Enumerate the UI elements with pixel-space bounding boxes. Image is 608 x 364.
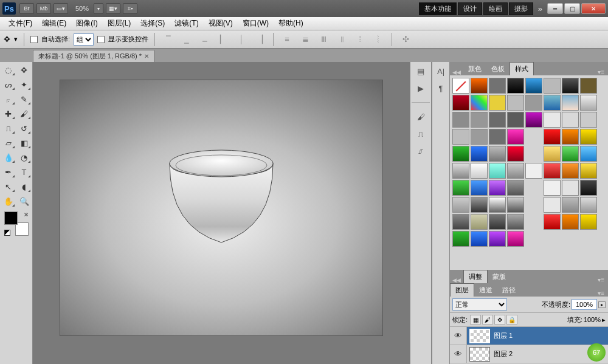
- panel-menu-icon[interactable]: ▾≡: [594, 276, 608, 283]
- blur-tool[interactable]: 💧: [1, 151, 16, 164]
- style-swatch[interactable]: [452, 214, 469, 230]
- close-icon[interactable]: ✕: [144, 53, 149, 60]
- menu-edit[interactable]: 编辑(E): [37, 17, 71, 30]
- style-swatch[interactable]: [452, 78, 469, 94]
- style-swatch[interactable]: [580, 180, 597, 196]
- wand-tool[interactable]: ✦: [17, 78, 32, 91]
- move-tool[interactable]: ✥: [17, 63, 32, 77]
- marquee-tool[interactable]: ◌: [1, 63, 16, 77]
- style-swatch[interactable]: [471, 180, 488, 196]
- eyedropper-tool[interactable]: ✎: [17, 92, 32, 106]
- style-swatch[interactable]: [544, 129, 561, 145]
- history-brush-tool[interactable]: ↺: [17, 122, 32, 135]
- style-swatch[interactable]: [507, 129, 524, 145]
- window-maximize[interactable]: ▢: [564, 3, 580, 14]
- align-vcenter-icon[interactable]: ⎯: [179, 33, 194, 46]
- style-swatch[interactable]: [562, 197, 579, 213]
- menu-image[interactable]: 图像(I): [71, 17, 102, 30]
- layer-row[interactable]: 👁 图层 2: [450, 345, 608, 363]
- tab-channels[interactable]: 通道: [474, 284, 497, 297]
- style-swatch[interactable]: [489, 112, 506, 128]
- collapse-icon[interactable]: ◀◀: [450, 69, 463, 75]
- style-swatch[interactable]: [507, 95, 524, 111]
- more-workspaces[interactable]: »: [538, 4, 542, 13]
- foreground-color[interactable]: [4, 211, 18, 225]
- style-swatch[interactable]: [562, 214, 579, 230]
- character-panel-icon[interactable]: A|: [433, 64, 449, 78]
- style-swatch[interactable]: [489, 146, 506, 162]
- align-right-icon[interactable]: ▕: [252, 33, 267, 46]
- style-swatch[interactable]: [544, 146, 561, 162]
- distribute-icon[interactable]: ≣: [298, 33, 313, 46]
- collapse-icon[interactable]: ◀◀: [450, 277, 463, 283]
- eraser-tool[interactable]: ▱: [1, 136, 16, 149]
- zoom-tool[interactable]: 🔍: [17, 194, 32, 208]
- style-swatch[interactable]: [452, 163, 469, 179]
- style-swatch[interactable]: [471, 146, 488, 162]
- lock-transparency-icon[interactable]: ▦: [470, 315, 481, 325]
- style-swatch[interactable]: [580, 95, 597, 111]
- style-swatch[interactable]: [452, 146, 469, 162]
- tool-presets-icon[interactable]: ⎎: [413, 144, 429, 157]
- style-swatch[interactable]: [489, 129, 506, 145]
- lock-pixels-icon[interactable]: 🖌: [482, 315, 493, 325]
- history-panel-icon[interactable]: ▤: [413, 64, 429, 78]
- menu-filter[interactable]: 滤镜(T): [170, 17, 203, 30]
- layer-thumbnail[interactable]: [469, 347, 490, 362]
- fill-value[interactable]: 100%: [584, 316, 601, 323]
- style-swatch[interactable]: [471, 112, 488, 128]
- window-close[interactable]: ✕: [581, 3, 606, 14]
- style-swatch[interactable]: [580, 78, 597, 94]
- color-swatches[interactable]: ⤭: [4, 211, 29, 236]
- bridge-button[interactable]: Br: [19, 3, 34, 14]
- style-swatch[interactable]: [471, 78, 488, 94]
- style-swatch[interactable]: [544, 95, 561, 111]
- layer-name[interactable]: 图层 2: [492, 349, 513, 359]
- crop-tool[interactable]: ⟔: [1, 92, 16, 106]
- tool-preset-dropdown[interactable]: ▾: [14, 35, 18, 43]
- style-swatch[interactable]: [507, 112, 524, 128]
- stamp-tool[interactable]: ⎍: [1, 122, 16, 135]
- tab-paths[interactable]: 路径: [497, 284, 520, 297]
- menu-layer[interactable]: 图层(L): [103, 17, 136, 30]
- style-swatch[interactable]: [580, 146, 597, 162]
- actions-panel-icon[interactable]: ▶: [413, 81, 429, 95]
- layer-row[interactable]: 👁 图层 1: [450, 327, 608, 345]
- style-swatch[interactable]: [544, 163, 561, 179]
- tab-adjust[interactable]: 调整: [463, 270, 488, 283]
- layer-name[interactable]: 图层 1: [492, 331, 513, 340]
- style-swatch[interactable]: [580, 197, 597, 213]
- panel-menu-icon[interactable]: ▾≡: [594, 290, 608, 297]
- lasso-tool[interactable]: ᔕ: [1, 78, 16, 91]
- dodge-tool[interactable]: ◔: [17, 151, 32, 164]
- workspace-essentials[interactable]: 基本功能: [419, 2, 457, 15]
- style-swatch[interactable]: [580, 129, 597, 145]
- tab-mask[interactable]: 蒙版: [488, 270, 511, 283]
- opacity-value[interactable]: 100%: [572, 299, 597, 310]
- style-swatch[interactable]: [525, 95, 542, 111]
- tab-color[interactable]: 颜色: [463, 63, 486, 75]
- default-colors-icon[interactable]: [4, 230, 10, 236]
- document-tab[interactable]: 未标题-1 @ 50% (图层 1, RGB/8) * ✕: [33, 50, 154, 62]
- style-swatch[interactable]: [452, 95, 469, 111]
- lock-all-icon[interactable]: 🔒: [506, 315, 517, 325]
- style-swatch[interactable]: [525, 163, 542, 179]
- style-swatch[interactable]: [489, 163, 506, 179]
- arrange-button[interactable]: ⌗▾: [123, 3, 137, 14]
- document-canvas[interactable]: [60, 80, 382, 335]
- style-swatch[interactable]: [562, 78, 579, 94]
- paragraph-panel-icon[interactable]: ¶: [433, 81, 449, 95]
- style-swatch[interactable]: [489, 78, 506, 94]
- style-swatch[interactable]: [471, 95, 488, 111]
- style-swatch[interactable]: [471, 163, 488, 179]
- auto-select-target[interactable]: 组: [74, 33, 94, 46]
- style-swatch[interactable]: [489, 180, 506, 196]
- distribute-icon[interactable]: ≡: [280, 33, 294, 46]
- style-swatch[interactable]: [562, 129, 579, 145]
- style-swatch[interactable]: [489, 95, 506, 111]
- auto-align-icon[interactable]: ✣: [398, 33, 413, 46]
- menu-view[interactable]: 视图(V): [204, 17, 238, 30]
- window-minimize[interactable]: ━: [547, 3, 563, 14]
- style-swatch[interactable]: [544, 180, 561, 196]
- style-swatch[interactable]: [489, 197, 506, 213]
